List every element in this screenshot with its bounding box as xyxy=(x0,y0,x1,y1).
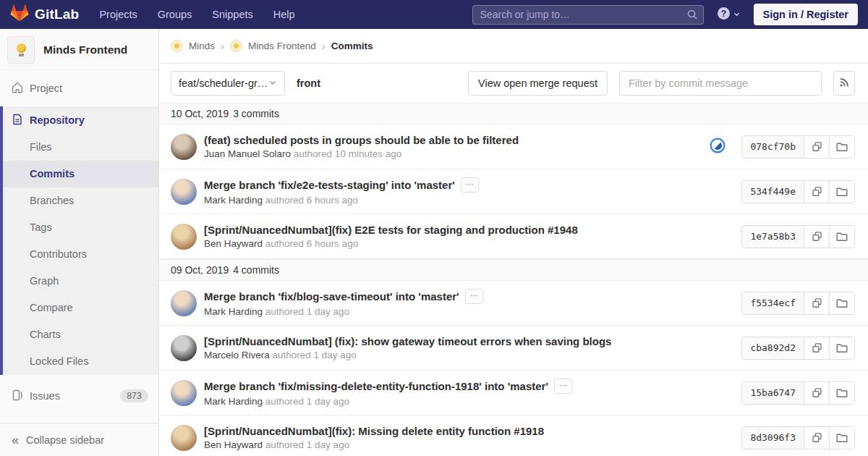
date-label: 09 Oct, 2019 xyxy=(171,264,229,276)
copy-sha-button[interactable] xyxy=(804,226,829,248)
copy-sha-button[interactable] xyxy=(804,181,829,203)
copy-icon xyxy=(812,297,822,308)
sidebar-item-locked-files[interactable]: Locked Files xyxy=(3,348,158,375)
commit-date-header: 10 Oct, 20193 commits xyxy=(159,103,868,124)
commit-sha-group: 1e7a58b3 xyxy=(741,225,855,248)
commit-sha[interactable]: 8d3096f3 xyxy=(742,427,804,449)
collapse-chevrons-icon: « xyxy=(12,434,19,447)
browse-files-button[interactable] xyxy=(829,337,854,359)
sidebar-item-contributors[interactable]: Contributors xyxy=(3,241,158,268)
commit-title-link[interactable]: Merge branch 'fix/e2e-tests-staging' int… xyxy=(204,179,455,191)
commit-title-link[interactable]: Merge branch 'fix/missing-delete-entity-… xyxy=(204,380,548,392)
project-sidebar: Minds Frontend Project Repository FilesC… xyxy=(0,29,159,456)
commit-row: (feat) scheduled posts in groups should … xyxy=(159,124,868,169)
sign-in-button[interactable]: Sign in / Register xyxy=(754,4,858,25)
breadcrumb-item-minds[interactable]: Minds xyxy=(171,40,215,52)
navbar-item-projects[interactable]: Projects xyxy=(99,9,137,20)
commit-title-link[interactable]: [Sprint/NuancedNumbat](fix) E2E tests fo… xyxy=(204,224,578,236)
commit-sha[interactable]: 1e7a58b3 xyxy=(742,226,804,248)
sidebar-item-files[interactable]: Files xyxy=(3,134,158,161)
view-open-merge-request-button[interactable]: View open merge request xyxy=(468,71,608,96)
navbar-item-help[interactable]: Help xyxy=(273,9,295,20)
sidebar-item-charts[interactable]: Charts xyxy=(3,321,158,348)
breadcrumb-label: Minds xyxy=(189,41,215,51)
commit-author-link[interactable]: Mark Harding xyxy=(204,396,263,407)
commit-sha-group: 15ba6747 xyxy=(741,381,855,405)
browse-files-button[interactable] xyxy=(829,226,854,248)
repository-submenu: FilesCommitsBranchesTagsContributorsGrap… xyxy=(3,134,158,375)
copy-sha-button[interactable] xyxy=(804,292,829,314)
help-menu[interactable]: ? xyxy=(717,7,741,22)
commit-list: 10 Oct, 20193 commits(feat) scheduled po… xyxy=(159,103,868,456)
expand-commit-description-button[interactable]: ··· xyxy=(465,289,483,304)
commit-title-link[interactable]: [Sprint/NuancedNumbat](fix): Missing del… xyxy=(204,425,544,437)
commit-title-row: Merge branch 'fix/e2e-tests-staging' int… xyxy=(204,177,730,193)
commit-title-link[interactable]: Merge branch 'fix/blog-save-timeout' int… xyxy=(204,290,459,303)
commit-count-label: 3 commits xyxy=(233,108,279,119)
expand-commit-description-button[interactable]: ··· xyxy=(554,379,572,394)
gitlab-logo[interactable]: GitLab xyxy=(10,4,79,25)
copy-sha-button[interactable] xyxy=(804,136,829,158)
commit-author-link[interactable]: Ben Hayward xyxy=(204,238,263,249)
sidebar-item-compare[interactable]: Compare xyxy=(3,295,158,321)
sidebar-item-graph[interactable]: Graph xyxy=(3,268,158,295)
breadcrumb-item-minds-frontend[interactable]: Minds Frontend xyxy=(230,40,316,52)
sidebar-item-tags[interactable]: Tags xyxy=(3,214,158,241)
browse-files-button[interactable] xyxy=(829,136,854,158)
search-input[interactable] xyxy=(472,5,704,25)
commit-sha[interactable]: 078cf70b xyxy=(742,136,804,158)
browse-files-button[interactable] xyxy=(829,292,854,314)
navbar-item-snippets[interactable]: Snippets xyxy=(212,9,252,20)
filter-commits-input[interactable] xyxy=(619,71,822,96)
sidebar-item-issues[interactable]: Issues 873 xyxy=(0,382,158,410)
browse-files-button[interactable] xyxy=(829,181,854,203)
commit-sha[interactable]: 15ba6747 xyxy=(742,382,804,404)
commit-main: [Sprint/NuancedNumbat](fix): Missing del… xyxy=(204,425,730,450)
author-avatar[interactable] xyxy=(171,380,197,406)
svg-text:?: ? xyxy=(720,9,726,19)
branch-selector-dropdown[interactable]: feat/scheduler-gr… xyxy=(171,71,285,96)
browse-files-button[interactable] xyxy=(829,382,854,404)
sidebar-item-commits[interactable]: Commits xyxy=(3,161,158,187)
sidebar-item-project[interactable]: Project xyxy=(0,75,158,102)
commit-author-link[interactable]: Juan Manuel Solaro xyxy=(204,148,291,159)
commit-row: Merge branch 'fix/e2e-tests-staging' int… xyxy=(159,169,868,214)
author-avatar[interactable] xyxy=(171,179,197,205)
home-icon xyxy=(12,82,23,96)
browse-files-button[interactable] xyxy=(829,427,854,449)
navbar-item-groups[interactable]: Groups xyxy=(158,9,192,20)
author-avatar[interactable] xyxy=(171,425,197,451)
commit-title-link[interactable]: [Sprint/NuancedNumbat] (fix): show gatew… xyxy=(204,335,611,347)
copy-sha-button[interactable] xyxy=(804,382,829,404)
commit-author-link[interactable]: Marcelo Rivera xyxy=(204,350,270,360)
breadcrumb-label: Commits xyxy=(331,41,373,51)
copy-sha-button[interactable] xyxy=(804,427,829,449)
chevron-right-icon: › xyxy=(322,40,326,52)
commit-title-link[interactable]: (feat) scheduled posts in groups should … xyxy=(204,134,519,146)
commit-title-row: [Sprint/NuancedNumbat](fix) E2E tests fo… xyxy=(204,224,730,236)
project-context-header[interactable]: Minds Frontend xyxy=(0,29,158,70)
commit-sha[interactable]: cba892d2 xyxy=(742,337,804,359)
commit-sha[interactable]: f5534ecf xyxy=(742,292,804,314)
commit-author-link[interactable]: Mark Harding xyxy=(204,195,263,206)
author-avatar[interactable] xyxy=(171,134,197,160)
commit-row: [Sprint/NuancedNumbat] (fix): show gatew… xyxy=(159,326,868,371)
sidebar-item-repository[interactable]: Repository xyxy=(3,106,158,134)
pipeline-status-running-icon[interactable] xyxy=(710,138,726,156)
commit-author-link[interactable]: Mark Harding xyxy=(204,306,263,317)
commit-actions: 8d3096f3 xyxy=(741,426,855,449)
sidebar-item-branches[interactable]: Branches xyxy=(3,187,158,214)
search-icon[interactable] xyxy=(686,9,698,22)
rss-feed-button[interactable] xyxy=(833,71,855,96)
commit-main: Merge branch 'fix/blog-save-timeout' int… xyxy=(204,289,730,317)
author-avatar[interactable] xyxy=(171,290,197,316)
copy-sha-button[interactable] xyxy=(804,337,829,359)
commit-sha[interactable]: 534f449e xyxy=(742,181,804,203)
commit-author-link[interactable]: Ben Hayward xyxy=(204,439,263,450)
author-avatar[interactable] xyxy=(171,224,197,250)
collapse-sidebar-button[interactable]: « Collapse sidebar xyxy=(0,423,158,456)
issues-count-badge: 873 xyxy=(120,389,148,402)
author-avatar[interactable] xyxy=(171,335,197,361)
expand-commit-description-button[interactable]: ··· xyxy=(461,177,479,193)
copy-icon xyxy=(812,342,822,353)
